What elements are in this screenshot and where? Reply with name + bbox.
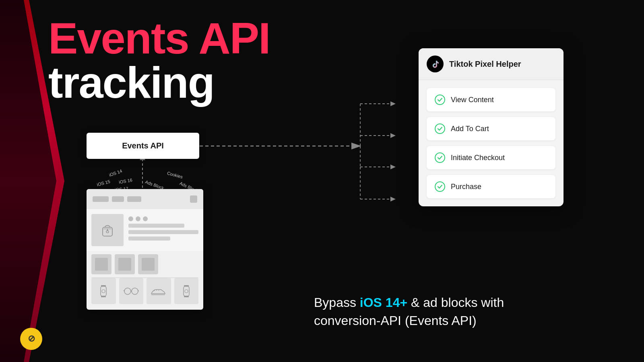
arrow-ic-head (390, 165, 396, 169)
mock-header (87, 189, 203, 209)
mock-cart (190, 195, 197, 203)
svg-rect-15 (184, 286, 189, 296)
ios15-label: iOS 15 (96, 179, 111, 187)
title-line1: Events API (48, 16, 270, 60)
mock-product-area (87, 209, 203, 251)
svg-point-22 (435, 182, 445, 191)
mock-thumbnails (87, 251, 203, 278)
svg-point-21 (435, 153, 445, 162)
svg-rect-17 (184, 296, 189, 297)
pixel-helper-title: Tiktok Pixel Helper (449, 60, 521, 69)
sneaker-icon (150, 286, 167, 297)
website-mock (87, 189, 203, 310)
logo-svg: ⊘ (20, 328, 42, 350)
svg-point-16 (185, 290, 188, 293)
mock-nav3 (127, 196, 141, 202)
cookies-label: Cookies (167, 171, 184, 179)
svg-point-9 (124, 288, 131, 294)
events-api-label: Events API (122, 141, 164, 150)
svg-point-20 (435, 124, 445, 134)
svg-point-10 (132, 288, 138, 294)
arrow-vc-head (390, 101, 396, 106)
glasses-icon (123, 287, 139, 295)
initiate-checkout-label: Initiate Checkout (451, 154, 505, 162)
bottom-logo: ⊘ (20, 328, 42, 350)
mock-product-img (91, 214, 124, 246)
mock-nav1 (93, 196, 109, 202)
events-api-box: Events API (87, 133, 199, 159)
bottom-text-prefix: Bypass (314, 295, 360, 310)
pixel-event-purchase: Purchase (427, 175, 555, 198)
bottom-text-highlight: iOS 14+ (360, 295, 407, 310)
bottom-text: Bypass iOS 14+ & ad blocks with conversi… (314, 294, 535, 330)
svg-rect-8 (101, 296, 106, 297)
pixel-helper-panel: Tiktok Pixel Helper View Content Add To … (419, 48, 564, 206)
svg-point-19 (435, 95, 445, 105)
check-icon-initiate-checkout (435, 152, 445, 163)
pixel-event-initiate-checkout: Initiate Checkout (427, 146, 555, 169)
svg-point-7 (102, 290, 105, 293)
check-icon-add-to-cart (435, 123, 445, 134)
ios16-label: iOS 16 (118, 177, 132, 185)
check-icon-purchase (435, 181, 445, 192)
mock-nav2 (112, 196, 124, 202)
watch-icon (98, 284, 109, 299)
check-icon-view-content (435, 95, 445, 105)
arrow-p-head (390, 197, 396, 202)
pixel-helper-header: Tiktok Pixel Helper (419, 48, 564, 80)
svg-text:⊘: ⊘ (28, 333, 35, 343)
title-area: Events API tracking (48, 16, 270, 105)
pixel-event-view-content: View Content (427, 88, 555, 111)
arrow-ac-head (390, 133, 396, 138)
tiktok-logo-svg (429, 58, 442, 70)
pixel-event-add-to-cart: Add To Cart (427, 117, 555, 140)
view-content-label: View Content (451, 96, 494, 104)
mock-product-details (128, 214, 198, 246)
svg-rect-1 (103, 227, 112, 236)
bg-shape-dark (0, 0, 56, 362)
backpack-icon (97, 220, 118, 240)
purchase-label: Purchase (451, 183, 481, 191)
title-line2: tracking (48, 60, 270, 105)
ios14-label: iOS 14 (108, 169, 123, 178)
add-to-cart-label: Add To Cart (451, 125, 489, 133)
mock-bottom-row (87, 278, 203, 307)
watch2-icon (181, 284, 192, 299)
pixel-helper-body: View Content Add To Cart Initiate Checko… (419, 80, 564, 206)
tiktok-logo (427, 56, 444, 72)
svg-rect-6 (101, 286, 106, 296)
